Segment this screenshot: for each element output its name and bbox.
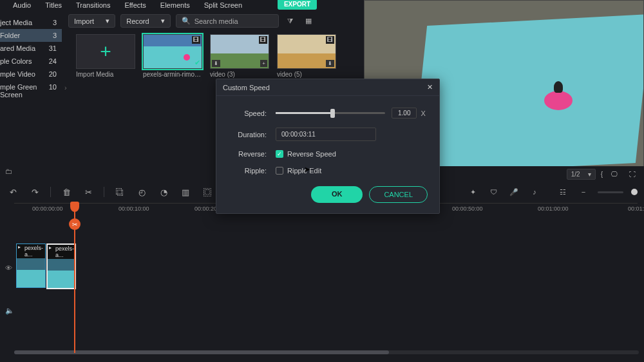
speed-icon[interactable]: ◴ [135, 186, 148, 198]
undo-icon[interactable]: ↶ [6, 186, 19, 198]
timeline-clip[interactable]: pexels-a... [46, 243, 76, 289]
import-dropdown[interactable]: Import▾ [68, 14, 115, 28]
tab-split-screen[interactable]: Split Screen [204, 1, 242, 9]
music-icon[interactable]: ♪ [528, 186, 541, 198]
speaker-icon[interactable]: 🔈 [5, 307, 14, 315]
zoom-select[interactable]: 1/2▾ [567, 169, 596, 180]
export-button[interactable]: EXPORT [278, 0, 317, 10]
tab-transitions[interactable]: Transitions [76, 1, 110, 9]
close-icon[interactable]: ✕ [427, 83, 433, 91]
clip-label: pexels-a... [17, 244, 45, 258]
voiceover-icon[interactable]: 🎤 [507, 186, 520, 198]
sidebar-item-project-media[interactable]: ject Media3 [0, 16, 62, 29]
zoom-knob[interactable] [631, 189, 638, 195]
download-icon: ⬇ [212, 60, 220, 67]
tab-effects[interactable]: Effects [124, 1, 146, 9]
sidebar-item-folder[interactable]: Folder3 [0, 29, 62, 42]
ruler-mark: 00:00:10:00 [118, 205, 149, 212]
zoom-value: 1/2 [571, 171, 580, 178]
download-icon: ⬇ [326, 60, 334, 67]
duration-label: Duration: [228, 131, 267, 138]
sidebar-item-label: ject Media [0, 19, 32, 26]
search-placeholder: Search media [194, 17, 238, 25]
ruler-mark: 00:00:00:00 [32, 205, 63, 212]
snapshot-icon[interactable]: 🖵 [608, 168, 621, 181]
search-icon: 🔍 [182, 17, 191, 25]
sidebar-item-sample-colors[interactable]: ple Colors24 [0, 55, 62, 68]
tab-titles[interactable]: Titles [45, 1, 62, 9]
sidebar-item-sample-green-screen[interactable]: mple Green Screen10 [0, 81, 62, 101]
color-icon[interactable]: ◔ [157, 186, 170, 198]
search-input[interactable]: 🔍Search media [176, 14, 279, 28]
import-label: Import [74, 17, 94, 25]
auto-enhance-icon[interactable]: ✦ [466, 186, 479, 198]
filter-icon[interactable]: ⧩ [284, 15, 297, 28]
scissors-icon[interactable]: ✂ [82, 186, 95, 198]
scissors-icon[interactable]: ✂ [69, 218, 80, 230]
media-item[interactable]: 🎞⬇+ video (3) [210, 34, 269, 78]
tab-elements[interactable]: Elements [160, 1, 190, 9]
ruler-mark: 00:01:00:00 [538, 205, 569, 212]
ok-button[interactable]: OK [311, 186, 363, 203]
preview-floatie [544, 91, 573, 110]
sidebar-item-shared-media[interactable]: ared Media31 [0, 42, 62, 55]
speed-value[interactable]: 1.00 [392, 108, 417, 119]
sidebar-item-count: 31 [49, 44, 57, 52]
sidebar-item-label: Folder [0, 32, 20, 39]
timeline-clip[interactable]: pexels-a... [16, 243, 46, 288]
media-item[interactable]: 🎞✔ pexels-armin-rimoldi-... [143, 34, 202, 78]
redo-icon[interactable]: ↷ [28, 186, 41, 198]
brace-left-icon[interactable]: { [601, 171, 603, 178]
x-label: X [421, 110, 425, 117]
media-caption: video (3) [210, 71, 269, 78]
green-screen-icon[interactable]: ▥ [179, 186, 192, 198]
sidebar-item-count: 20 [49, 70, 57, 78]
ripple-label: Ripple: [228, 167, 267, 175]
reverse-label: Reverse: [228, 150, 267, 158]
eye-icon[interactable]: 👁 [5, 264, 12, 272]
film-icon: 🎞 [192, 36, 200, 44]
media-caption: Import Media [76, 71, 135, 78]
zoom-slider[interactable] [598, 191, 623, 193]
media-item[interactable]: 🎞⬇ video (5) [277, 34, 336, 78]
zoom-out-icon[interactable]: − [577, 186, 590, 198]
chevron-down-icon: ▾ [588, 171, 591, 178]
scrollbar-thumb[interactable] [14, 350, 389, 354]
dialog-title: Custom Speed [223, 84, 270, 91]
marker-icon[interactable]: 🛡 [487, 186, 500, 198]
horizontal-scrollbar[interactable] [14, 350, 639, 354]
film-icon: 🎞 [326, 36, 334, 44]
import-media-tile[interactable]: + Import Media [76, 34, 135, 78]
preview-person [554, 81, 563, 93]
speed-slider[interactable] [276, 112, 385, 114]
reverse-option-label: Reverse Speed [287, 150, 336, 158]
fullscreen-icon[interactable]: ⛶ [626, 168, 639, 181]
add-icon: + [260, 60, 267, 67]
duration-input[interactable]: 00:00:03:11 [276, 128, 376, 141]
ripple-checkbox[interactable] [276, 167, 283, 175]
mosaic-icon[interactable]: ⿴ [201, 186, 214, 198]
clip-thumbnail [17, 258, 45, 287]
grid-view-icon[interactable]: ▦ [302, 15, 315, 28]
cancel-button[interactable]: CANCEL [369, 186, 428, 203]
timeline-toolbar-right: ✦ 🛡 🎤 ♪ ☷ − [466, 186, 638, 198]
sidebar-item-sample-video[interactable]: mple Video20 [0, 68, 62, 81]
speed-label: Speed: [228, 110, 267, 117]
chevron-right-icon[interactable]: › [64, 84, 67, 91]
playhead[interactable]: ✂ [74, 202, 75, 353]
slider-knob[interactable] [330, 109, 335, 118]
ruler-mark: 00:01: [628, 205, 644, 212]
sidebar-item-count: 24 [49, 57, 57, 65]
reverse-checkbox[interactable]: ✓ [276, 150, 283, 158]
folder-icon[interactable]: 🗀 [5, 167, 12, 175]
sidebar-item-label: mple Video [0, 70, 35, 78]
clip-thumbnail [48, 259, 75, 288]
mixer-icon[interactable]: ☷ [556, 186, 569, 198]
delete-icon[interactable]: 🗑 [60, 186, 73, 198]
record-dropdown[interactable]: Record▾ [120, 14, 170, 28]
crop-icon[interactable]: ⿻ [113, 186, 126, 198]
tab-audio[interactable]: Audio [13, 1, 31, 9]
sidebar-item-count: 10 [49, 83, 57, 99]
media-grid: + Import Media 🎞✔ pexels-armin-rimoldi-.… [76, 34, 346, 78]
film-icon: 🎞 [259, 36, 267, 44]
